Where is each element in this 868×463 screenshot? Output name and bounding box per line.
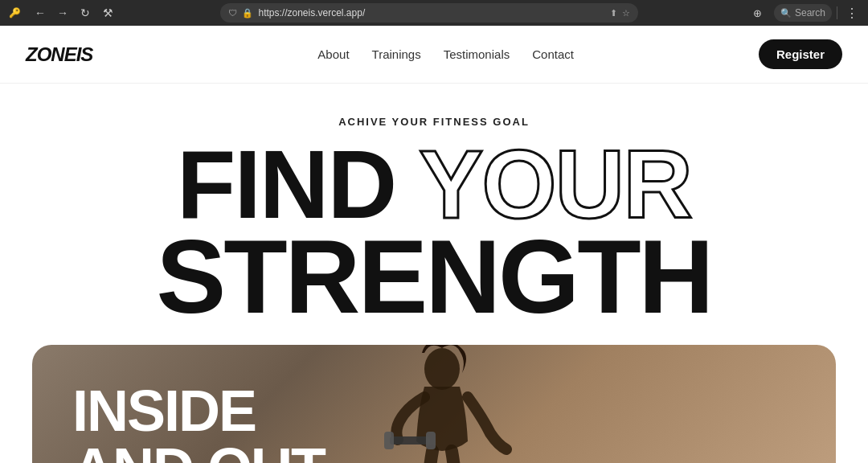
image-text-line1: INSIDE: [72, 382, 325, 440]
reload-button[interactable]: ↻: [76, 3, 95, 23]
forward-button[interactable]: →: [53, 3, 72, 23]
search-text: Search: [795, 7, 825, 18]
svg-point-0: [424, 348, 460, 390]
nav-link-contact[interactable]: Contact: [532, 47, 574, 61]
lock-icon: 🔒: [242, 8, 253, 18]
search-box[interactable]: 🔍 Search: [774, 4, 832, 22]
key-icon: 🔑: [6, 5, 23, 21]
divider: [837, 6, 837, 19]
hero-title-strength: STRENGTH: [32, 224, 836, 329]
person-silhouette: [313, 345, 555, 463]
svg-rect-2: [384, 432, 394, 449]
image-overlay-text: INSIDE AND OUT: [72, 382, 325, 463]
home-button[interactable]: ⚒: [98, 3, 117, 23]
browser-actions: ⊕ 🔍 Search ⋮: [748, 3, 862, 23]
logo[interactable]: ZONEIS: [26, 43, 92, 66]
browser-chrome: 🔑 ← → ↻ ⚒ 🛡 🔒 https://zoneis.vercel.app/…: [0, 0, 868, 26]
extensions-button[interactable]: ⊕: [748, 3, 768, 23]
nav-link-trainings[interactable]: Trainings: [372, 47, 421, 61]
address-bar[interactable]: 🛡 🔒 https://zoneis.vercel.app/ ⬆ ☆: [220, 3, 638, 23]
back-button[interactable]: ←: [31, 3, 50, 23]
image-text-line2: AND OUT: [72, 440, 325, 463]
search-icon: 🔍: [780, 8, 792, 18]
navbar: ZONEIS About Trainings Testimonials Cont…: [0, 26, 868, 84]
svg-rect-3: [426, 432, 436, 449]
nav-links: About Trainings Testimonials Contact: [317, 47, 574, 61]
bookmark-icon: ☆: [622, 8, 630, 18]
more-button[interactable]: ⋮: [842, 6, 862, 21]
nav-buttons: ← → ↻ ⚒: [31, 3, 117, 23]
register-button[interactable]: Register: [759, 39, 842, 69]
url-text: https://zoneis.vercel.app/: [258, 7, 605, 18]
hero-title: FIND YOUR STRENGTH: [32, 136, 836, 329]
hero-section: ACHIVE YOUR FITNESS GOAL FIND YOUR STREN…: [0, 84, 868, 345]
nav-link-about[interactable]: About: [317, 47, 349, 61]
image-section: INSIDE AND OUT: [32, 345, 836, 463]
svg-rect-1: [390, 436, 430, 445]
website-content: ZONEIS About Trainings Testimonials Cont…: [0, 26, 868, 463]
shield-icon: 🛡: [228, 8, 237, 18]
hero-subtitle: ACHIVE YOUR FITNESS GOAL: [32, 116, 836, 128]
share-icon: ⬆: [610, 8, 617, 18]
nav-link-testimonials[interactable]: Testimonials: [444, 47, 510, 61]
